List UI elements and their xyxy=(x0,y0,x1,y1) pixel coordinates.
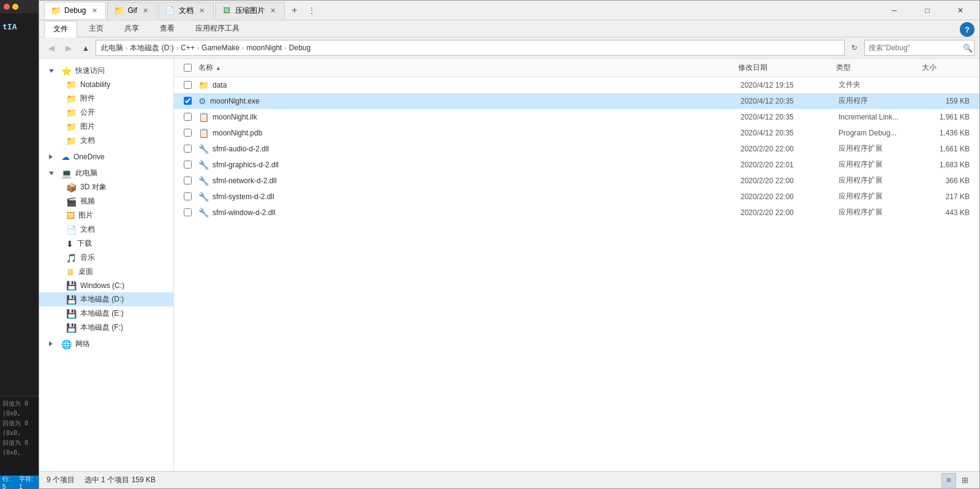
file-checkbox-8[interactable] xyxy=(179,208,196,216)
sidebar-item-downloads[interactable]: ⬇ 下载 xyxy=(39,237,173,251)
ribbon-tab-home[interactable]: 主页 xyxy=(80,20,113,37)
file-row-checkbox-7[interactable] xyxy=(184,192,192,200)
col-header-name[interactable]: 名称 ▲ xyxy=(196,59,736,77)
sidebar-item-pictures[interactable]: 📁 图片 xyxy=(39,119,173,134)
public-folder-icon: 📁 xyxy=(66,108,77,118)
path-sep-4: › xyxy=(242,45,244,51)
view-icons: ≡ ⊞ xyxy=(941,473,972,488)
path-part-cpp[interactable]: C++ xyxy=(181,44,195,52)
file-row-checkbox-8[interactable] xyxy=(184,208,192,216)
file-row[interactable]: 🔧 sfml-audio-d-2.dll 2020/2/20 22:00 应用程… xyxy=(174,141,979,157)
file-row-checkbox-2[interactable] xyxy=(184,113,192,121)
file-row[interactable]: ⚙ moonNight.exe 2020/4/12 20:35 应用程序 159… xyxy=(174,93,979,109)
network-expand-icon xyxy=(49,341,56,347)
ribbon-tab-tools[interactable]: 应用程序工具 xyxy=(186,20,249,37)
col-header-size[interactable]: 大小 xyxy=(919,59,974,77)
sidebar-this-pc[interactable]: 💻 此电脑 xyxy=(39,166,173,180)
sidebar-item-music[interactable]: 🎵 音乐 xyxy=(39,251,173,265)
minimize-button[interactable]: ─ xyxy=(880,1,908,20)
file-row-checkbox-6[interactable] xyxy=(184,176,192,184)
sidebar-network[interactable]: 🌐 网络 xyxy=(39,337,173,351)
close-button[interactable]: ✕ xyxy=(946,1,974,20)
tab-debug-close[interactable]: ✕ xyxy=(89,6,99,15)
file-type-8: 应用程序扩展 xyxy=(834,207,919,218)
tab-doc[interactable]: 📄 文档 ✕ xyxy=(159,2,214,19)
sidebar-item-notability[interactable]: 📁 Notability xyxy=(39,78,173,91)
path-part-moonnight[interactable]: moonNight xyxy=(246,44,282,52)
file-row-checkbox-4[interactable] xyxy=(184,145,192,153)
tab-gif-label: Gif xyxy=(127,6,137,15)
ribbon: 文件 主页 共享 查看 应用程序工具 ? xyxy=(39,20,979,37)
sidebar-item-3d[interactable]: 📦 3D 对象 xyxy=(39,180,173,194)
sidebar-item-documents[interactable]: 📁 文档 xyxy=(39,134,173,148)
tab-img-close[interactable]: ✕ xyxy=(268,6,278,15)
file-row-checkbox-0[interactable] xyxy=(184,81,192,89)
file-row-checkbox-3[interactable] xyxy=(184,129,192,137)
file-checkbox-6[interactable] xyxy=(179,176,196,184)
sidebar-item-drive-e[interactable]: 💾 本地磁盘 (E:) xyxy=(39,306,173,320)
file-row[interactable]: 📁 data 2020/4/12 19:15 文件夹 xyxy=(174,77,979,93)
search-input[interactable] xyxy=(869,44,960,52)
explorer-status-bar: 9 个项目 选中 1 个项目 159 KB ≡ ⊞ xyxy=(39,471,979,488)
sidebar-item-documents2[interactable]: 📄 文档 xyxy=(39,222,173,237)
file-checkbox-3[interactable] xyxy=(179,129,196,137)
path-part-gamemake[interactable]: GameMake xyxy=(202,44,239,52)
ribbon-tab-share[interactable]: 共享 xyxy=(115,20,148,37)
new-tab-button[interactable]: + xyxy=(286,2,303,19)
refresh-button[interactable]: ↻ xyxy=(847,40,862,55)
file-row[interactable]: 📋 moonNight.pdb 2020/4/12 20:35 Program … xyxy=(174,125,979,141)
sidebar-pictures-label: 图片 xyxy=(80,121,95,132)
path-part-debug[interactable]: Debug xyxy=(289,44,311,52)
file-checkbox-2[interactable] xyxy=(179,113,196,121)
view-details-button[interactable]: ≡ xyxy=(941,473,956,488)
sidebar-item-drive-d[interactable]: 💾 本地磁盘 (D:) xyxy=(39,292,173,306)
col-header-date[interactable]: 修改日期 xyxy=(736,59,834,77)
sidebar-item-videos[interactable]: 🎬 视频 xyxy=(39,194,173,208)
file-row[interactable]: 🔧 sfml-window-d-2.dll 2020/2/20 22:00 应用… xyxy=(174,205,979,221)
path-part-pc[interactable]: 此电脑 xyxy=(101,43,123,53)
file-row[interactable]: 🔧 sfml-graphics-d-2.dll 2020/2/20 22:01 … xyxy=(174,157,979,173)
sidebar-item-pictures2[interactable]: 🖼 图片 xyxy=(39,208,173,222)
file-checkbox-4[interactable] xyxy=(179,145,196,153)
sidebar-item-drive-c[interactable]: 💾 Windows (C:) xyxy=(39,279,173,292)
address-path[interactable]: 此电脑 › 本地磁盘 (D:) › C++ › GameMake › moonN… xyxy=(96,40,845,56)
sidebar-onedrive[interactable]: ☁ OneDrive xyxy=(39,150,173,164)
attachments-folder-icon: 📁 xyxy=(66,94,77,104)
tab-gif-close[interactable]: ✕ xyxy=(141,6,151,15)
select-all-checkbox[interactable] xyxy=(184,64,192,72)
view-large-icon-button[interactable]: ⊞ xyxy=(957,473,972,488)
ribbon-tab-file[interactable]: 文件 xyxy=(44,21,77,37)
file-row[interactable]: 📋 moonNight.ilk 2020/4/12 20:35 Incremen… xyxy=(174,109,979,125)
help-button[interactable]: ? xyxy=(960,22,974,37)
file-row[interactable]: 🔧 sfml-system-d-2.dll 2020/2/20 22:00 应用… xyxy=(174,189,979,205)
file-checkbox-7[interactable] xyxy=(179,192,196,200)
file-checkbox-1[interactable] xyxy=(179,97,196,105)
tab-doc-close[interactable]: ✕ xyxy=(197,6,207,15)
path-part-d[interactable]: 本地磁盘 (D:) xyxy=(130,43,173,53)
up-button[interactable]: ▲ xyxy=(78,40,93,55)
sidebar-videos-label: 视频 xyxy=(80,196,95,207)
documents-folder-icon: 📁 xyxy=(66,136,77,146)
file-checkbox-0[interactable] xyxy=(179,81,196,89)
col-header-type[interactable]: 类型 xyxy=(834,59,919,77)
title-bar: 📁 Debug ✕ 📁 Gif ✕ 📄 文档 ✕ 🖼 压缩图片 ✕ xyxy=(39,1,979,20)
sidebar-item-drive-f[interactable]: 💾 本地磁盘 (F:) xyxy=(39,320,173,335)
sidebar-item-desktop[interactable]: 🖥 桌面 xyxy=(39,265,173,279)
sidebar-item-attachments[interactable]: 📁 附件 xyxy=(39,91,173,105)
quick-access-icon: ⭐ xyxy=(61,66,72,76)
more-tabs-button[interactable]: ⋮ xyxy=(304,2,319,19)
sidebar-item-public[interactable]: 📁 公开 xyxy=(39,105,173,119)
file-checkbox-5[interactable] xyxy=(179,161,196,169)
sidebar-quick-access-header[interactable]: ⭐ 快速访问 xyxy=(39,64,173,78)
tab-img[interactable]: 🖼 压缩图片 ✕ xyxy=(215,2,285,19)
file-row-checkbox-1[interactable] xyxy=(184,97,192,105)
forward-button[interactable]: ▶ xyxy=(61,40,76,55)
sidebar-pictures2-label: 图片 xyxy=(78,210,93,221)
file-row-checkbox-5[interactable] xyxy=(184,161,192,169)
ribbon-tab-view[interactable]: 查看 xyxy=(151,20,184,37)
back-button[interactable]: ◀ xyxy=(44,40,59,55)
tab-debug[interactable]: 📁 Debug ✕ xyxy=(44,2,106,19)
tab-gif[interactable]: 📁 Gif ✕ xyxy=(107,2,157,19)
maximize-button[interactable]: □ xyxy=(913,1,941,20)
file-row[interactable]: 🔧 sfml-network-d-2.dll 2020/2/20 22:00 应… xyxy=(174,173,979,189)
